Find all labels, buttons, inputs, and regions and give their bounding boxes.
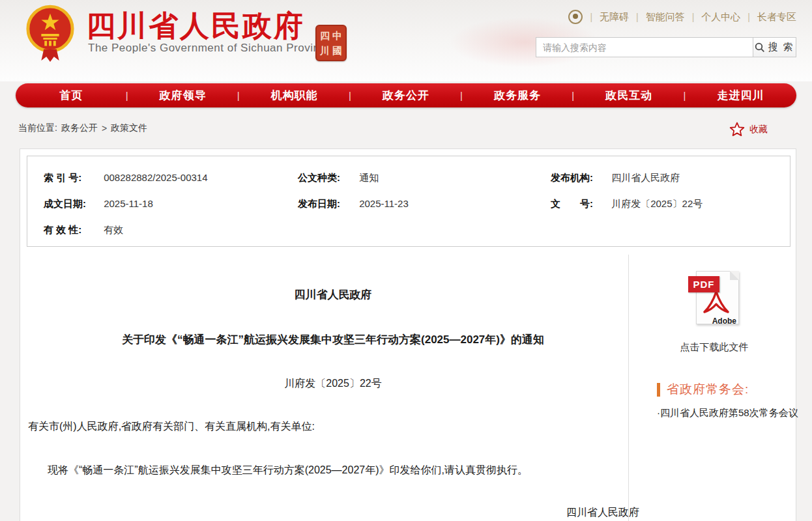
nav-item-gov-leaders[interactable]: 政府领导 <box>127 83 239 107</box>
document-body: 四川省人民政府 关于印发《“畅通一条江”航运振兴发展集中攻坚三年行动方案(202… <box>27 253 639 520</box>
adobe-swoosh-icon <box>703 290 730 318</box>
search-input[interactable] <box>536 37 753 57</box>
section-heading: 省政府常务会: <box>657 381 792 398</box>
divider: | <box>747 12 750 22</box>
section-title: 省政府常务会: <box>667 381 749 398</box>
content-container: 索 引 号: 008282882/2025-00314 公文种类: 通知 发布机… <box>20 148 796 521</box>
divider: | <box>590 12 592 22</box>
orange-accent-bar <box>657 383 660 397</box>
nav-item-org-functions[interactable]: 机构职能 <box>239 83 350 107</box>
favorite-label: 收藏 <box>749 124 768 135</box>
sidebar: PDF Adobe 点击下载此文件 省政府常务会: ·四川省人民政府第58次常务… <box>636 255 792 419</box>
seal-char: 川 <box>319 43 331 58</box>
document-number: 川府发〔2025〕22号 <box>27 377 639 391</box>
search-bar: 搜 索 <box>536 37 796 57</box>
national-emblem-logo <box>25 4 76 64</box>
divider: | <box>692 12 695 22</box>
meta-written-date: 成文日期: 2025-11-18 <box>44 198 153 210</box>
document-title: 关于印发《“畅通一条江”航运振兴发展集中攻坚三年行动方案(2025—2027年)… <box>27 332 639 347</box>
seal-char: 四 <box>319 28 331 43</box>
favorite-button[interactable]: 收藏 <box>729 121 768 138</box>
star-icon <box>729 121 746 138</box>
breadcrumb-gov-info[interactable]: 政务公开 <box>61 122 98 134</box>
breadcrumb-row: 当前位置: 政务公开 > 政策文件 收藏 <box>18 122 796 139</box>
meta-doc-number: 文 号: 川府发〔2025〕22号 <box>551 198 703 210</box>
document-paragraph: 现将《“畅通一条江”航运振兴发展集中攻坚三年行动方案(2025—2027年)》印… <box>27 464 639 477</box>
page: 四川省人民政府 The People's Government of Sichu… <box>0 0 812 521</box>
executive-meeting-section: 省政府常务会: ·四川省人民政府第58次常务会议 <box>636 381 792 419</box>
divider: | <box>636 12 639 22</box>
site-title: 四川省人民政府 <box>86 7 305 46</box>
link-personal-center[interactable]: 个人中心 <box>701 11 740 23</box>
search-button-label: 搜 索 <box>768 41 794 53</box>
site-header: 四川省人民政府 The People's Government of Sichu… <box>0 0 812 81</box>
pdf-download-icon[interactable]: PDF Adobe <box>688 271 740 328</box>
document-org-heading: 四川省人民政府 <box>27 287 639 302</box>
seal-char: 中 <box>331 28 343 43</box>
document-salutation: 有关市(州)人民政府,省政府有关部门、有关直属机构,有关单位: <box>27 420 639 434</box>
nav-item-about-sichuan[interactable]: 走进四川 <box>685 83 796 107</box>
quick-links: | 无障碍 | 智能问答 | 个人中心 | 长者专区 <box>568 9 796 25</box>
china-sichuan-seal: 四 中 川 國 <box>315 25 347 61</box>
meta-issuing-org: 发布机构: 四川省人民政府 <box>551 172 680 184</box>
adobe-label: Adobe <box>712 317 736 326</box>
search-button[interactable]: 搜 索 <box>753 37 796 57</box>
main-nav: 首页 政府领导 机构职能 政务公开 政务服务 政民互动 走进四川 <box>16 83 796 107</box>
search-icon <box>755 42 765 53</box>
content-sidebar-divider <box>628 255 629 521</box>
nav-item-gov-services[interactable]: 政务服务 <box>462 83 573 107</box>
nav-item-home[interactable]: 首页 <box>16 83 127 107</box>
link-senior-zone[interactable]: 长者专区 <box>757 11 796 23</box>
nav-item-gov-info[interactable]: 政务公开 <box>350 83 461 107</box>
seal-char: 國 <box>331 43 343 58</box>
breadcrumb-prefix: 当前位置: <box>18 122 57 134</box>
document-meta-box: 索 引 号: 008282882/2025-00314 公文种类: 通知 发布机… <box>27 156 790 247</box>
nav-item-interaction[interactable]: 政民互动 <box>573 83 685 107</box>
meta-index-number: 索 引 号: 008282882/2025-00314 <box>44 172 208 184</box>
pdf-badge: PDF <box>688 276 719 292</box>
breadcrumb-separator: > <box>102 123 107 134</box>
pdf-fold-corner <box>730 271 739 280</box>
link-smart-qa[interactable]: 智能问答 <box>646 11 685 23</box>
accessibility-swirl-icon[interactable] <box>568 10 583 24</box>
link-accessibility[interactable]: 无障碍 <box>600 11 629 23</box>
breadcrumb-policy-docs[interactable]: 政策文件 <box>111 122 147 134</box>
meta-doc-type: 公文种类: 通知 <box>298 172 379 184</box>
meeting-list-item[interactable]: ·四川省人民政府第58次常务会议 <box>657 407 792 419</box>
meta-validity: 有 效 性: 有效 <box>44 224 123 236</box>
document-signature: 四川省人民政府 <box>27 506 639 520</box>
site-subtitle: The People's Government of Sichuan Provi… <box>88 42 332 55</box>
meta-publish-date: 发布日期: 2025-11-23 <box>298 198 409 210</box>
breadcrumb: 当前位置: 政务公开 > 政策文件 <box>18 122 796 134</box>
download-file-link[interactable]: 点击下载此文件 <box>636 341 792 354</box>
